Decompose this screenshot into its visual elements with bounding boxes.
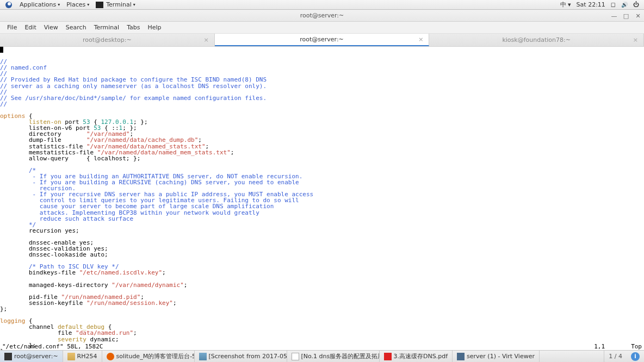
terminal-tab[interactable]: root@server:~ × [215, 34, 430, 46]
menu-view[interactable]: View [40, 24, 62, 31]
gnome-top-bar: Applications▾ Places▾ Terminal▾ 中▾ Sat 2… [0, 0, 644, 10]
volume-icon[interactable]: 🔊 [618, 2, 630, 8]
code-comment: // server as a caching only nameserver (… [0, 83, 267, 90]
terminal-tabstrip: root@desktop:~ × root@server:~ × kiosk@f… [0, 34, 644, 47]
code-string: "/var/named/dynamic" [112, 282, 183, 289]
vim-cursor-pos: 1,1 [594, 344, 605, 350]
taskbar-label: [No.1 dns服务器的配置及拓展] [301, 352, 380, 360]
terminal-tab[interactable]: root@desktop:~ × [0, 34, 215, 46]
ime-indicator[interactable]: 中▾ [558, 1, 574, 9]
focused-app-menu[interactable]: Terminal▾ [92, 0, 139, 10]
taskbar-button[interactable]: root@server:~ [0, 351, 63, 362]
tab-close-icon[interactable]: × [418, 36, 423, 43]
activities-logo[interactable] [2, 0, 16, 10]
vim-filename: "/etc/named.conf" 58L, 1582C [2, 344, 103, 350]
taskbar-button[interactable]: server (1) - Virt Viewer [453, 351, 540, 362]
bottom-taskbar: root@server:~ RH254 solitude_M的博客管理后台-51… [0, 350, 644, 362]
maximize-button[interactable]: □ [622, 13, 630, 20]
menu-edit[interactable]: Edit [21, 24, 40, 31]
code-comment: // [0, 101, 7, 108]
code-comment: // See /usr/share/doc/bind*/sample/ for … [0, 95, 267, 102]
code-string: "/run/named/session.key" [86, 299, 173, 307]
power-icon[interactable]: ⏻ [630, 1, 642, 8]
folder-icon [67, 353, 75, 360]
terminal-viewport[interactable]: // // named.conf // // Provided by Red H… [0, 47, 644, 350]
notification-icon[interactable]: i [627, 352, 644, 361]
taskbar-button[interactable]: [No.1 dns服务器的配置及拓展] [287, 351, 380, 362]
workspace-indicator[interactable]: 1 / 4 [604, 353, 627, 360]
firefox-icon [107, 353, 114, 360]
taskbar-label: 3.高速缓存DNS.pdf [394, 352, 448, 360]
taskbar-label: server (1) - Virt Viewer [467, 353, 535, 360]
document-icon [292, 353, 299, 360]
taskbar-label: RH254 [77, 353, 97, 360]
minimize-button[interactable]: — [610, 13, 618, 20]
terminal-icon [96, 2, 103, 8]
taskbar-button[interactable]: RH254 [63, 351, 102, 362]
taskbar-button[interactable]: 3.高速缓存DNS.pdf [380, 351, 453, 362]
image-icon [199, 353, 207, 360]
code-string: "/etc/named.iscdlv.key" [79, 269, 162, 276]
pdf-icon [384, 353, 392, 360]
tab-close-icon[interactable]: × [633, 36, 638, 43]
taskbar-button[interactable]: solitude_M的博客管理后台-51CT... [102, 351, 195, 362]
taskbar-button[interactable]: [Screenshot from 2017-05-06 ... [195, 351, 287, 362]
applications-menu[interactable]: Applications▾ [16, 0, 63, 10]
terminal-tab[interactable]: kiosk@foundation78:~ × [429, 34, 644, 46]
menu-tabs[interactable]: Tabs [123, 24, 144, 31]
tab-close-icon[interactable]: × [203, 36, 208, 43]
tab-label: root@desktop:~ [83, 36, 132, 43]
menu-terminal[interactable]: Terminal [90, 24, 123, 31]
window-titlebar: root@server:~ — □ ✕ [0, 10, 644, 22]
tab-label: root@server:~ [300, 36, 344, 43]
a11y-icon[interactable]: ◻ [608, 1, 618, 8]
taskbar-label: [Screenshot from 2017-05-06 ... [209, 353, 287, 360]
distro-icon [5, 2, 12, 8]
taskbar-label: solitude_M的博客管理后台-51CT... [116, 352, 195, 360]
vim-statusline: "/etc/named.conf" 58L, 1582C 1,1 Top [0, 344, 644, 350]
places-menu[interactable]: Places▾ [63, 0, 92, 10]
text-cursor [0, 47, 3, 53]
menu-search[interactable]: Search [62, 24, 90, 31]
terminal-icon [4, 353, 12, 360]
terminal-menubar: File Edit View Search Terminal Tabs Help [0, 22, 644, 34]
virt-viewer-icon [457, 353, 465, 360]
window-title: root@server:~ [300, 12, 344, 19]
clock[interactable]: Sat 22:11 [574, 1, 608, 8]
menu-help[interactable]: Help [144, 24, 165, 31]
tab-label: kiosk@foundation78:~ [502, 36, 571, 43]
close-button[interactable]: ✕ [634, 13, 642, 20]
menu-file[interactable]: File [3, 24, 21, 31]
vim-scroll-pos: Top [631, 344, 642, 350]
taskbar-label: root@server:~ [14, 353, 58, 360]
